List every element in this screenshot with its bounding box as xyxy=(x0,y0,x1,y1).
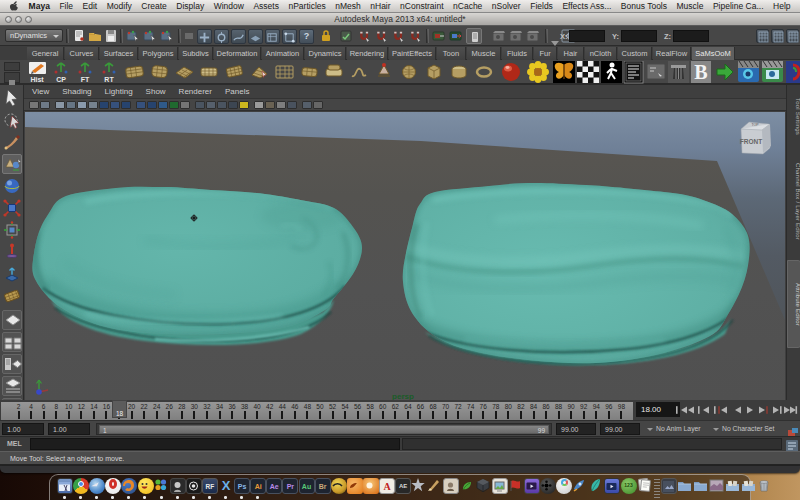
svg-text:Hist: Hist xyxy=(30,76,44,83)
svg-text:FRONT: FRONT xyxy=(740,138,762,145)
svg-text:FT: FT xyxy=(81,76,90,83)
svg-text:persp: persp xyxy=(392,392,414,400)
svg-text:CP: CP xyxy=(56,76,66,83)
svg-text:RT: RT xyxy=(104,76,114,83)
svg-text:TOP: TOP xyxy=(751,123,759,127)
svg-text:B: B xyxy=(694,61,707,83)
